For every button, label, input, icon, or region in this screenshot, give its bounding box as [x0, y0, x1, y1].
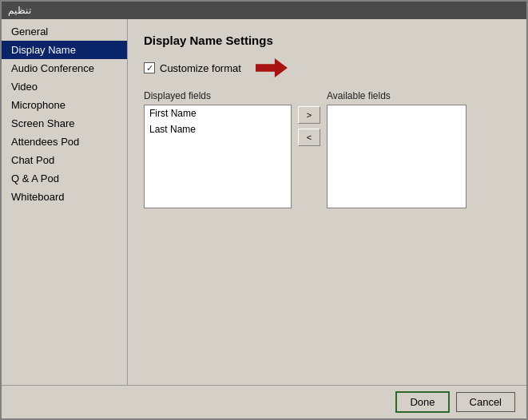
sidebar-item-audio-conference[interactable]: Audio Conference — [2, 59, 127, 77]
displayed-fields-label: Displayed fields — [144, 90, 292, 101]
sidebar-item-general[interactable]: General — [2, 22, 127, 41]
list-item[interactable]: First Name — [145, 105, 291, 121]
displayed-fields-listbox[interactable]: First Name Last Name — [144, 105, 292, 208]
sidebar-item-display-name[interactable]: Display Name — [2, 41, 127, 59]
move-left-button[interactable]: < — [298, 129, 320, 146]
footer: Done Cancel — [2, 385, 526, 418]
move-right-button[interactable]: > — [298, 106, 320, 124]
displayed-fields-column: Displayed fields First Name Last Name — [144, 90, 292, 208]
main-panel: Display Name Settings ✓ Customize format… — [128, 19, 526, 385]
customize-checkbox-wrapper[interactable]: ✓ Customize format — [144, 62, 241, 74]
sidebar-item-microphone[interactable]: Microphone — [2, 96, 127, 114]
titlebar: تنظیم — [2, 2, 526, 19]
customize-label: Customize format — [160, 62, 241, 74]
customize-row: ✓ Customize format — [144, 58, 510, 77]
sidebar-item-chat-pod[interactable]: Chat Pod — [2, 151, 127, 169]
done-button[interactable]: Done — [395, 391, 449, 413]
panel-title: Display Name Settings — [144, 34, 510, 47]
list-item[interactable]: Last Name — [145, 121, 291, 137]
sidebar: General Display Name Audio Conference Vi… — [2, 19, 128, 385]
available-fields-label: Available fields — [327, 90, 466, 101]
cancel-button[interactable]: Cancel — [456, 392, 515, 412]
sidebar-item-whiteboard[interactable]: Whiteboard — [2, 188, 127, 206]
sidebar-item-screen-share[interactable]: Screen Share — [2, 114, 127, 133]
available-fields-column: Available fields — [327, 90, 466, 208]
transfer-buttons: > < — [298, 106, 320, 146]
titlebar-text: تنظیم — [8, 5, 31, 16]
arrow-indicator — [256, 58, 288, 77]
sidebar-item-qa-pod[interactable]: Q & A Pod — [2, 169, 127, 188]
available-fields-listbox[interactable] — [327, 105, 466, 208]
sidebar-item-video[interactable]: Video — [2, 77, 127, 96]
customize-checkbox[interactable]: ✓ — [144, 62, 155, 73]
fields-area: Displayed fields First Name Last Name > … — [144, 90, 510, 208]
sidebar-item-attendees-pod[interactable]: Attendees Pod — [2, 133, 127, 151]
settings-window: تنظیم General Display Name Audio Confere… — [0, 0, 528, 420]
content-area: General Display Name Audio Conference Vi… — [2, 19, 526, 385]
